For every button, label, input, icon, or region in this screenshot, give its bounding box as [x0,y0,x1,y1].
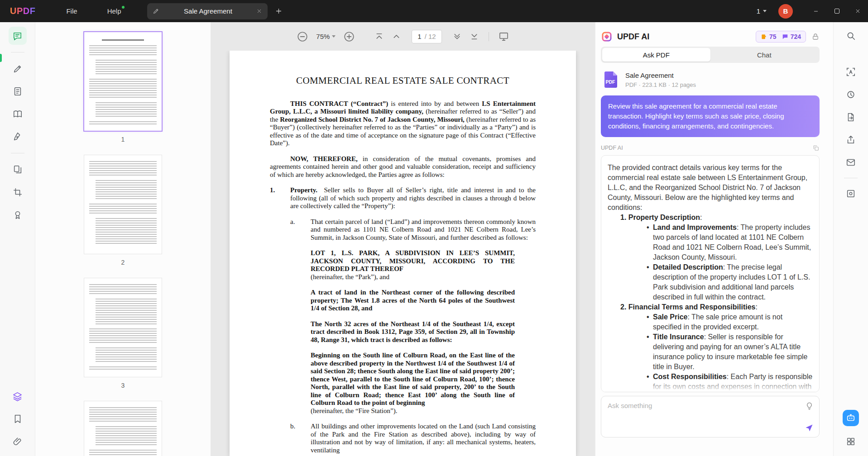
thumbnail-item: 2 [84,155,162,278]
tab-chat[interactable]: Chat [710,48,819,62]
divider [11,153,24,153]
clock-history-icon [846,90,856,100]
thumbnail-page-number: 2 [121,259,125,266]
ai-panel-title: UPDF AI [617,32,649,42]
ai-quota-badges[interactable]: 75 724 [756,31,806,43]
lightbulb-icon[interactable] [805,402,814,410]
share-button[interactable] [842,131,860,149]
document-tab[interactable]: Sale Agreement [147,3,268,19]
menu-help[interactable]: Help [103,5,126,18]
notification-dropdown[interactable]: 1 [757,7,767,15]
response-label-row: UPDF AI [601,144,820,152]
ask-input-box[interactable] [601,396,820,437]
contract-paragraph: NOW, THEREFORE, in consideration of the … [270,155,536,179]
contract-subclause: a. That certain parcel of land (“Land”) … [270,218,536,242]
svg-text:PDF: PDF [606,79,616,85]
response-fade-overlay [602,378,819,392]
minimize-button[interactable] [806,0,826,22]
document-lines-icon [13,86,23,96]
quota-chat-icon [782,33,788,40]
comment-tool-button[interactable] [9,27,27,45]
thumbnail-page-number: 3 [121,382,125,389]
divider [489,32,489,41]
first-page-button[interactable] [374,32,384,41]
page-thumbnail-1[interactable] [84,32,162,131]
legal-description: LOT 1, L.S. PARK, A SUBDIVISION IN LEE’S… [311,249,515,281]
stamp-tool-button[interactable] [9,206,27,224]
annotate-tool-button[interactable] [9,60,27,78]
snapshot-icon [846,189,856,199]
thumbnail-panel-toggle[interactable] [9,387,27,405]
page-number-input[interactable]: 1 [417,33,421,40]
next-page-button[interactable] [452,32,462,41]
search-button[interactable] [842,27,860,45]
thumbnail-preview [89,284,157,371]
page-thumbnail-2[interactable] [84,155,162,254]
email-button[interactable] [842,153,860,171]
crop-tool-button[interactable] [9,183,27,201]
pen-nib-icon [13,132,23,142]
maximize-button[interactable] [826,0,847,22]
chevron-down-icon [332,35,336,38]
zoom-in-button[interactable] [343,31,355,43]
pencil-icon [13,64,23,74]
menu-file[interactable]: File [62,5,82,18]
share-icon [846,135,856,145]
pdf-page: COMMERCIAL REAL ESTATE SALE CONTRACT THI… [230,51,576,456]
ai-tab-bar: Ask PDF Chat [601,47,820,63]
ai-response-card[interactable]: The provided contract details various ke… [601,155,820,392]
presentation-mode-button[interactable] [499,31,509,42]
ocr-scan-icon [846,67,856,77]
new-tab-icon[interactable] [275,7,283,15]
pages-icon [13,165,23,175]
contract-paragraph: THIS CONTRACT (“Contract”) is entered in… [270,100,536,147]
ai-assistant-button[interactable] [843,410,859,426]
widgets-button[interactable] [842,432,860,451]
crop-icon [13,187,23,197]
sign-tool-button[interactable] [9,128,27,146]
pages-quota-badge: 75 [761,33,777,40]
page-thumbnail-3[interactable] [84,278,162,377]
page-thumbnail-4[interactable] [84,401,162,456]
export-page-button[interactable] [842,108,860,126]
page-scroll-area[interactable]: COMMERCIAL REAL ESTATE SALE CONTRACT THI… [211,51,595,456]
lock-icon[interactable] [811,33,820,41]
attachments-button[interactable] [9,432,27,451]
ai-response-bullet: •Detailed Description: The precise legal… [647,262,813,302]
user-prompt-bubble: Review this sale agreement for a commerc… [601,95,820,137]
avatar[interactable]: B [778,4,793,19]
questions-quota-badge: 724 [782,33,801,40]
contract-subclause: b. All buildings and other improvements … [270,423,536,454]
ai-panel-header: UPDF AI 75 724 [601,22,820,44]
reader-mode-button[interactable] [9,105,27,123]
monitor-icon [499,31,509,42]
send-icon[interactable] [805,423,814,432]
close-tab-icon[interactable] [256,8,262,14]
bookmarks-button[interactable] [9,410,27,428]
file-card: PDF Sale Agreement PDF · 223.1 KB · 12 p… [601,70,820,89]
edit-pdf-button[interactable] [9,82,27,100]
robot-icon [846,413,856,423]
ai-response-heading: 2. Financial Terms and Responsibilities: [620,302,813,312]
history-button[interactable] [842,86,860,104]
zoom-level-dropdown[interactable]: 75% [316,33,336,40]
left-tool-rail [0,22,35,456]
thumbnail-page-number: 1 [121,136,125,143]
search-icon [846,31,856,41]
response-author-label: UPDF AI [601,145,623,151]
mail-icon [846,157,856,167]
copy-icon[interactable] [812,144,820,152]
updf-logo: UPDF [10,6,35,16]
ocr-button[interactable] [842,63,860,81]
edit-pencil-icon [153,8,159,14]
ai-response-bullet: •Land and Improvements: The property inc… [647,223,813,262]
ask-input[interactable] [608,402,798,409]
last-page-button[interactable] [470,32,479,41]
close-window-button[interactable] [847,0,868,22]
right-tool-rail [833,22,868,456]
snapshot-button[interactable] [842,185,860,203]
previous-page-button[interactable] [392,32,401,41]
organize-pages-button[interactable] [9,161,27,179]
tab-ask-pdf[interactable]: Ask PDF [602,48,710,62]
zoom-out-button[interactable] [297,31,308,43]
